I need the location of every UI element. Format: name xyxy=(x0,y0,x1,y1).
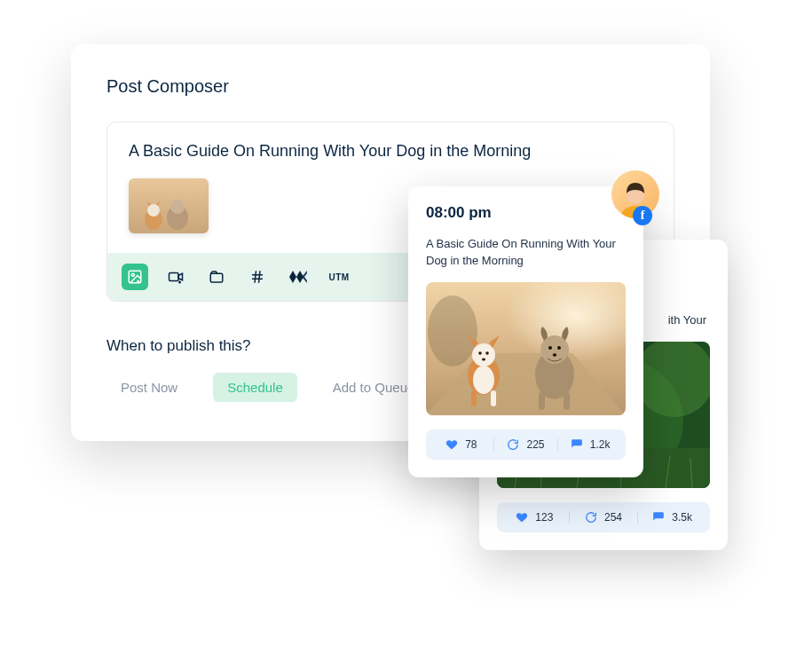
svg-rect-36 xyxy=(491,390,496,406)
svg-rect-7 xyxy=(169,273,179,281)
svg-point-31 xyxy=(472,343,495,366)
attached-image-thumb[interactable] xyxy=(129,178,209,233)
stat-comments: 1.2k xyxy=(558,438,622,451)
add-video-button[interactable] xyxy=(162,264,189,290)
svg-rect-8 xyxy=(210,273,223,282)
stat-likes: 78 xyxy=(430,438,494,451)
svg-line-12 xyxy=(259,271,261,283)
page-title: Post Composer xyxy=(106,76,674,97)
svg-rect-0 xyxy=(129,178,209,233)
media-library-button[interactable] xyxy=(203,264,230,290)
stat-likes: 123 xyxy=(501,511,570,524)
utm-button[interactable]: UTM xyxy=(326,264,352,290)
svg-point-40 xyxy=(557,346,561,350)
preview-back-stats: 123 254 3.5k xyxy=(497,502,710,532)
svg-point-30 xyxy=(473,366,494,394)
preview-front-image xyxy=(426,282,626,415)
svg-point-28 xyxy=(428,295,477,366)
facebook-icon: f xyxy=(633,206,652,225)
preview-card-front: f 08:00 pm A Basic Guide On Running With… xyxy=(408,186,643,477)
svg-point-6 xyxy=(131,273,134,276)
svg-point-4 xyxy=(170,200,185,214)
preview-front-title: A Basic Guide On Running With Your Dog i… xyxy=(426,236,626,270)
post-title-input[interactable]: A Basic Guide On Running With Your Dog i… xyxy=(107,122,674,175)
svg-point-34 xyxy=(482,358,485,360)
svg-point-33 xyxy=(485,351,489,355)
integration-button[interactable] xyxy=(285,264,311,290)
svg-rect-42 xyxy=(539,392,545,410)
svg-point-2 xyxy=(147,204,160,217)
svg-rect-43 xyxy=(564,392,570,410)
preview-front-stats: 78 225 1.2k xyxy=(426,429,626,460)
svg-point-32 xyxy=(478,351,482,355)
svg-point-41 xyxy=(553,353,556,357)
hashtag-button[interactable] xyxy=(244,264,271,290)
publish-option-schedule[interactable]: Schedule xyxy=(213,373,297,402)
preview-front-time: 08:00 pm xyxy=(426,204,626,222)
svg-line-11 xyxy=(255,271,256,283)
add-image-button[interactable] xyxy=(122,264,148,290)
svg-rect-35 xyxy=(471,390,477,406)
publish-option-now[interactable]: Post Now xyxy=(106,373,192,402)
svg-point-39 xyxy=(548,346,552,350)
stat-shares: 225 xyxy=(494,438,559,451)
stat-comments: 3.5k xyxy=(638,511,706,524)
stat-shares: 254 xyxy=(570,511,639,524)
